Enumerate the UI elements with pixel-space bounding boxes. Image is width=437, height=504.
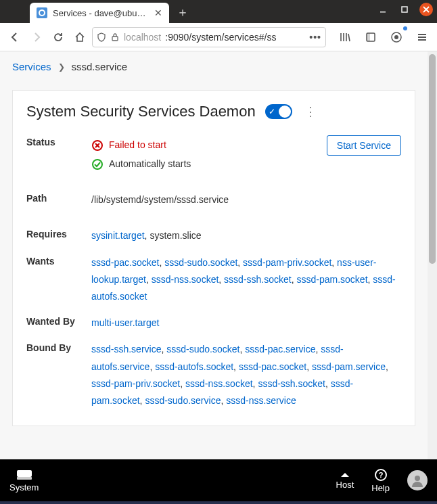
status-auto-text: Automatically starts: [109, 156, 191, 173]
footer-help[interactable]: ? Help: [371, 468, 390, 493]
unit-link[interactable]: sssd-nss.socket: [185, 378, 253, 389]
breadcrumb-root[interactable]: Services: [12, 61, 51, 72]
forward-button[interactable]: [27, 28, 46, 47]
address-bar[interactable]: localhost:9090/system/services#/ss •••: [92, 27, 326, 47]
status-row: Status Failed to start Start Service: [26, 135, 401, 173]
toggle-knob: [279, 106, 291, 118]
cockpit-footer: System Host ? Help: [0, 459, 437, 501]
success-icon: [91, 158, 104, 170]
unit-link[interactable]: sssd-pac.service: [245, 344, 315, 354]
check-icon: ✓: [269, 107, 275, 116]
caret-up-icon: [340, 472, 350, 478]
back-button[interactable]: [5, 28, 24, 47]
shield-icon: [97, 32, 106, 42]
unit-link[interactable]: sysinit.target: [91, 230, 145, 241]
close-icon[interactable]: [419, 3, 433, 16]
wanted-by-row: Wanted By multi-user.target: [26, 315, 401, 331]
tab-title: Services - dave@ubuntu: [53, 8, 147, 18]
status-failed-text: Failed to start: [109, 137, 166, 154]
server-icon: [16, 469, 33, 481]
home-button[interactable]: [70, 28, 89, 47]
unit-link[interactable]: sssd-nss.socket: [152, 274, 219, 285]
requires-label: Requires: [26, 227, 91, 244]
unit-link[interactable]: sssd-ssh.socket: [258, 378, 325, 389]
unit-plain: system.slice: [150, 230, 201, 241]
enable-toggle[interactable]: ✓: [265, 104, 292, 119]
unit-link[interactable]: sssd-sudo.socket: [164, 257, 237, 268]
footer-host[interactable]: Host: [336, 472, 354, 490]
title-bar: Services - dave@ubuntu ✕ ＋: [0, 0, 437, 23]
library-icon[interactable]: [336, 28, 354, 47]
svg-rect-11: [17, 470, 32, 477]
favicon-icon: [37, 7, 47, 18]
requires-row: Requires sysinit.target, system.slice: [26, 227, 401, 244]
wants-list: sssd-pac.socket, sssd-sudo.socket, sssd-…: [91, 254, 401, 306]
help-icon: ?: [374, 468, 388, 482]
bound-by-label: Bound By: [26, 341, 91, 409]
wants-row: Wants sssd-pac.socket, sssd-sudo.socket,…: [26, 254, 401, 306]
svg-point-1: [40, 11, 44, 15]
url-path: :9090/system/services#/ss: [165, 32, 276, 43]
error-icon: [91, 139, 104, 152]
svg-rect-12: [17, 477, 32, 480]
start-service-button[interactable]: Start Service: [327, 135, 401, 156]
svg-point-8: [394, 35, 398, 39]
svg-point-10: [93, 160, 102, 169]
requires-list: sysinit.target, system.slice: [91, 227, 401, 244]
url-actions-icon[interactable]: •••: [309, 32, 321, 43]
browser-window: Services - dave@ubuntu ✕ ＋ localhost:909…: [0, 0, 437, 504]
breadcrumb-current: sssd.service: [72, 61, 128, 72]
profile-icon[interactable]: [387, 28, 406, 47]
unit-link[interactable]: sssd-sudo.service: [145, 395, 221, 406]
svg-rect-4: [112, 37, 118, 41]
maximize-icon[interactable]: [398, 3, 411, 16]
minimize-icon[interactable]: [376, 3, 390, 16]
sidebar-icon[interactable]: [361, 28, 380, 47]
unit-link[interactable]: sssd-autofs.socket: [155, 361, 233, 372]
scrollbar-thumb[interactable]: [429, 54, 436, 264]
unit-link[interactable]: sssd-ssh.socket: [224, 274, 292, 285]
scrollbar-track[interactable]: [428, 51, 437, 459]
reload-button[interactable]: [49, 28, 68, 47]
unit-link[interactable]: sssd-pam-priv.socket: [243, 257, 331, 268]
footer-system-label: System: [9, 482, 39, 492]
wanted-by-label: Wanted By: [26, 315, 91, 331]
path-value: /lib/systemd/system/sssd.service: [91, 191, 401, 208]
unit-link[interactable]: sssd-sudo.socket: [166, 344, 239, 354]
page-viewport: Services ❯ sssd.service System Security …: [0, 51, 437, 459]
window-controls: [376, 3, 433, 16]
unit-link[interactable]: sssd-pam.service: [312, 361, 386, 372]
unit-link[interactable]: sssd-pam-priv.socket: [91, 378, 180, 389]
toolbar-right: [336, 28, 432, 47]
unit-link[interactable]: sssd-nss.service: [226, 395, 296, 406]
browser-tab[interactable]: Services - dave@ubuntu ✕: [30, 3, 169, 23]
unit-link[interactable]: sssd-pac.socket: [91, 257, 159, 268]
svg-text:?: ?: [378, 471, 383, 479]
wanted-by-list: multi-user.target: [91, 315, 401, 331]
path-label: Path: [26, 191, 91, 208]
footer-help-label: Help: [371, 483, 390, 493]
menu-icon[interactable]: [413, 28, 432, 47]
footer-host-label: Host: [336, 480, 354, 490]
service-card: System Security Services Daemon ✓ ⋮ Stat…: [12, 90, 415, 426]
user-avatar[interactable]: [407, 470, 428, 490]
footer-accent: [0, 501, 437, 504]
unit-link[interactable]: sssd-pam.socket: [296, 274, 367, 285]
lock-icon: [110, 32, 120, 42]
breadcrumb: Services ❯ sssd.service: [0, 51, 428, 82]
tab-close-icon[interactable]: ✕: [153, 7, 164, 18]
svg-point-15: [415, 476, 420, 481]
bound-by-list: sssd-ssh.service, sssd-sudo.socket, sssd…: [91, 341, 401, 409]
unit-link[interactable]: sssd-pac.socket: [239, 361, 306, 372]
footer-system[interactable]: System: [9, 469, 39, 492]
more-actions-icon[interactable]: ⋮: [302, 104, 319, 119]
unit-link[interactable]: multi-user.target: [91, 317, 159, 328]
browser-toolbar: localhost:9090/system/services#/ss •••: [0, 23, 437, 51]
chevron-right-icon: ❯: [58, 62, 65, 72]
bound-by-row: Bound By sssd-ssh.service, sssd-sudo.soc…: [26, 341, 401, 409]
url-host: localhost: [124, 32, 161, 43]
unit-link[interactable]: sssd-ssh.service: [91, 344, 161, 354]
new-tab-button[interactable]: ＋: [173, 3, 192, 22]
wants-label: Wants: [26, 254, 91, 306]
tab-strip: Services - dave@ubuntu ✕ ＋: [30, 0, 192, 23]
